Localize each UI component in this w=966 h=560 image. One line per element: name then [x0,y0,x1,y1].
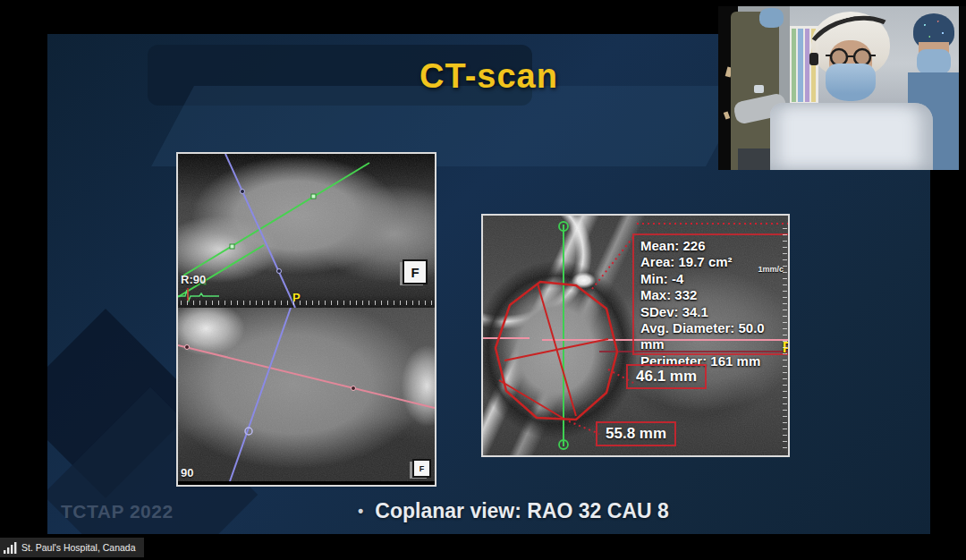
crosshair-overlay [178,154,435,308]
person-left-mask [759,8,784,28]
presenter-earpiece [809,53,818,65]
ruler-ticks [181,301,432,305]
orientation-cube-icon: F [412,459,431,478]
presenter-video-tile[interactable] [718,6,966,170]
ct-image-annulus: Mean: 226 Area: 19.7 cm² Min: -4 Max: 33… [483,216,788,455]
stat-mean: Mean: 226 [640,238,788,254]
diameter-label-1: 46.1 mm [626,364,707,389]
participant-name-tag: St. Paul's Hospital, Canada [0,538,144,557]
crosshair-overlay [178,308,435,481]
bullet-marker: • [358,502,363,520]
connection-signal-icon [4,542,17,554]
equipment-fragment [724,111,730,119]
participant-name: St. Paul's Hospital, Canada [21,542,136,553]
stat-avg-diameter: Avg. Diameter: 50.0 mm [640,320,788,353]
bullet-text: Coplanar view: RAO 32 CAU 8 [375,499,668,522]
ruler-ticks [783,223,787,448]
ct-measurement-panel: Mean: 226 Area: 19.7 cm² Min: -4 Max: 33… [481,214,790,457]
person-left-badge [754,85,764,93]
ct-coplanar-panel: R:90 P F 90 F [176,152,436,487]
presenter-mask [826,64,876,101]
ct-image-short-axis: 90 F [178,308,435,481]
ct-image-four-chamber: R:90 P F [178,154,435,308]
frame-label: 90 [181,466,193,479]
diameter-label-2: 55.8 mm [596,421,676,446]
stat-sdev: SDev: 34.1 [640,304,788,320]
presenter-gown [770,103,933,170]
bullet-point: •Coplanar view: RAO 32 CAU 8 [358,499,669,523]
measurement-stats-box: Mean: 226 Area: 19.7 cm² Min: -4 Max: 33… [632,233,788,355]
scale-label: 1mm/c [758,265,784,274]
conference-watermark: TCTAP 2022 [61,501,174,522]
stat-max: Max: 332 [640,287,788,303]
presenter-head [808,12,894,110]
orientation-cube-icon: F [402,259,428,284]
video-call-window: CT-scan R:90 [0,0,966,560]
ecg-phase-label: R:90 [181,273,206,286]
